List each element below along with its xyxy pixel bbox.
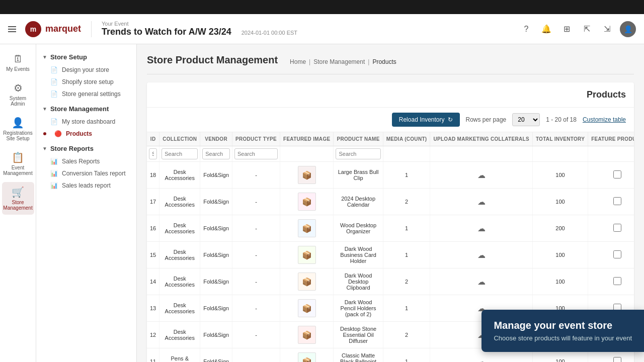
reload-inventory-button[interactable]: Reload Inventory ↻ — [392, 113, 460, 127]
notification-icon[interactable]: 🔔 — [539, 22, 553, 36]
cell-vendor: Fold&Sign — [200, 348, 232, 363]
doc-icon: 📄 — [50, 66, 58, 73]
grid-icon[interactable]: ⊞ — [559, 22, 574, 36]
cell-product-name: Classic Matte Black Ballpoint Pens (pack… — [334, 348, 383, 363]
event-date: 2024-01-01 00:00 EST — [242, 30, 297, 36]
cell-product-type: - — [232, 348, 280, 363]
rows-per-page-select[interactable]: 20 50 100 — [512, 113, 540, 126]
table-search-row — [147, 146, 634, 162]
cell-upload-marketing[interactable]: ☁ — [430, 215, 532, 242]
cell-product-name: Desktop Stone Essential Oil Diffuser — [334, 322, 383, 348]
sidebar-item-conversion-tales[interactable]: 📊 Conversion Tales report — [36, 167, 136, 179]
sales-reports-label: Sales Reports — [62, 158, 100, 165]
sidebar-item-my-events[interactable]: 🗓 My Events — [2, 49, 34, 76]
hamburger-menu[interactable] — [8, 26, 16, 32]
sidebar-item-products[interactable]: 🔴 Products — [36, 128, 136, 140]
cell-total-inventory: 100 — [532, 162, 588, 189]
cell-feature-product[interactable] — [588, 189, 634, 215]
col-vendor: VENDOR — [200, 132, 232, 146]
cell-featured-image: 📦 — [280, 322, 333, 348]
sidebar-item-design-store[interactable]: 📄 Design your store — [36, 64, 136, 76]
cell-vendor: Fold&Sign — [200, 268, 232, 295]
cell-total-inventory: 100 — [532, 268, 588, 295]
cell-id: 13 — [147, 295, 159, 322]
left-navigation: 🗓 My Events ⚙ System Admin 👤 Registratio… — [0, 44, 36, 362]
sidebar-item-sales-leads[interactable]: 📊 Sales leads report — [36, 179, 136, 192]
customize-table-button[interactable]: Customize table — [583, 116, 626, 123]
cell-collection: Pens & Pencils — [159, 348, 200, 363]
sidebar-item-shopify-setup[interactable]: 📄 Shopify store setup — [36, 76, 136, 88]
sidebar: ▼ Store Setup 📄 Design your store 📄 Shop… — [36, 44, 137, 362]
cell-feature-product[interactable] — [588, 268, 634, 295]
col-feature-product: FEATURE PRODUCT — [588, 132, 634, 146]
cell-product-type: - — [232, 322, 280, 348]
cell-upload-marketing[interactable]: ☁ — [430, 189, 532, 215]
shrink-icon[interactable]: ⇱ — [580, 22, 594, 36]
system-admin-label: System Admin — [5, 96, 31, 107]
search-product-type[interactable] — [234, 148, 278, 159]
search-vendor[interactable] — [202, 148, 230, 159]
cell-upload-marketing[interactable]: ☁ — [430, 268, 532, 295]
sidebar-item-my-store-dashboard[interactable]: 📄 My store dashboard — [36, 116, 136, 128]
cell-featured-image: 📦 — [280, 242, 333, 268]
sidebar-item-system-admin[interactable]: ⚙ System Admin — [2, 78, 34, 111]
design-store-label: Design your store — [62, 66, 109, 73]
sidebar-item-store-management[interactable]: 🛒 Store Management — [2, 182, 34, 215]
col-product-name: PRODUCT NAME — [334, 132, 383, 146]
sidebar-item-sales-reports[interactable]: 📊 Sales Reports — [36, 155, 136, 167]
cell-total-inventory: 200 — [532, 215, 588, 242]
cell-id: 12 — [147, 322, 159, 348]
table-row: 17 Desk Accessories Fold&Sign - 📦 2024 D… — [147, 189, 634, 215]
cell-media-count: 1 — [383, 242, 430, 268]
dashboard-icon: 📄 — [50, 118, 58, 125]
search-product-name[interactable] — [336, 148, 380, 159]
search-id[interactable] — [149, 148, 157, 159]
top-bar — [0, 0, 644, 14]
chart-icon-3: 📊 — [50, 182, 58, 189]
cell-feature-product[interactable] — [588, 215, 634, 242]
cell-vendor: Fold&Sign — [200, 162, 232, 189]
products-title: Products — [587, 89, 626, 100]
cell-upload-marketing[interactable]: ☁ — [430, 162, 532, 189]
col-product-type: PRODUCT TYPE — [232, 132, 280, 146]
shopify-setup-label: Shopify store setup — [62, 78, 114, 85]
cell-collection: Desk Accessories — [159, 268, 200, 295]
doc-icon-2: 📄 — [50, 78, 58, 85]
search-collection[interactable] — [162, 148, 198, 159]
cell-vendor: Fold&Sign — [200, 242, 232, 268]
sidebar-item-registrations[interactable]: 👤 Registrations Site Setup — [2, 113, 34, 145]
help-icon[interactable]: ? — [519, 22, 533, 36]
header-icons: ? 🔔 ⊞ ⇱ ⇲ 👤 — [519, 21, 636, 37]
cell-upload-marketing[interactable]: ☁ — [430, 242, 532, 268]
store-management-header[interactable]: ▼ Store Management — [36, 102, 136, 116]
event-management-icon: 📋 — [12, 151, 24, 163]
breadcrumb-home[interactable]: Home — [290, 58, 306, 65]
expand-icon[interactable]: ⇲ — [600, 22, 614, 36]
sidebar-item-event-management[interactable]: 📋 Event Management — [2, 147, 34, 180]
cell-product-type: - — [232, 295, 280, 322]
products-icon: 🔴 — [54, 130, 62, 137]
cell-vendor: Fold&Sign — [200, 189, 232, 215]
page-header: Store Product Management Home | Store Ma… — [147, 54, 634, 74]
store-management-icon: 🛒 — [12, 186, 24, 198]
chevron-down-icon: ▼ — [42, 54, 47, 60]
logo-icon: m — [25, 21, 41, 37]
table-row: 14 Desk Accessories Fold&Sign - 📦 Dark W… — [147, 268, 634, 295]
event-title: Trends to Watch for A/W 23/24 — [102, 27, 231, 37]
cell-feature-product[interactable] — [588, 242, 634, 268]
sales-leads-label: Sales leads report — [62, 182, 111, 189]
chart-icon-2: 📊 — [50, 170, 58, 177]
cell-id: 18 — [147, 162, 159, 189]
store-setup-header[interactable]: ▼ Store Setup — [36, 50, 136, 64]
cell-vendor: Fold&Sign — [200, 295, 232, 322]
chart-icon: 📊 — [50, 158, 58, 165]
cell-feature-product[interactable] — [588, 162, 634, 189]
user-avatar[interactable]: 👤 — [620, 21, 636, 37]
sidebar-item-store-settings[interactable]: 📄 Store general settings — [36, 88, 136, 100]
cell-product-type: - — [232, 268, 280, 295]
nav-section-store-reports: ▼ Store Reports 📊 Sales Reports 📊 Conver… — [36, 142, 136, 192]
cell-product-name: Wood Desktop Organizer — [334, 215, 383, 242]
breadcrumb-store-management[interactable]: Store Management — [313, 58, 365, 65]
chevron-down-icon-3: ▼ — [42, 146, 47, 151]
store-reports-header[interactable]: ▼ Store Reports — [36, 142, 136, 155]
